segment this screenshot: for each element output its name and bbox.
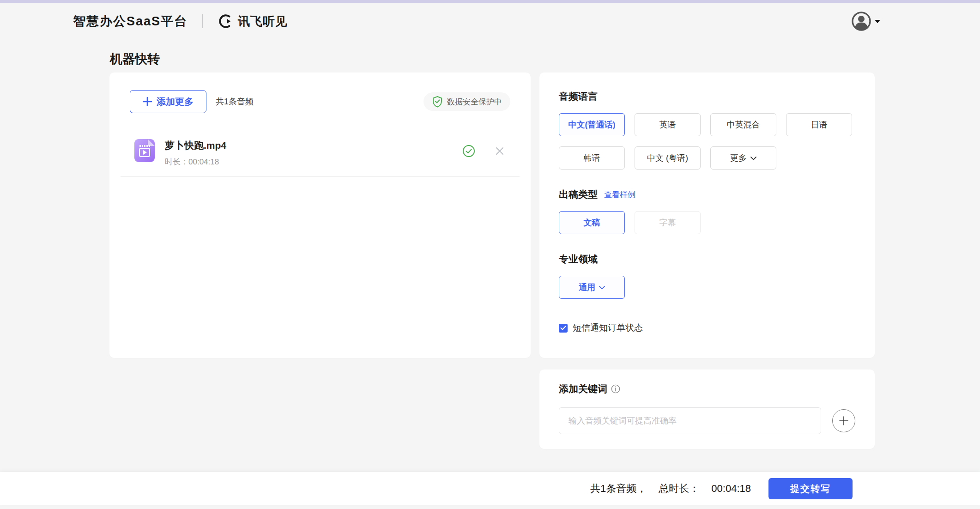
language-buttons: 中文(普通话) 英语 中英混合 日语 韩语 中文 (粤语) 更多 <box>559 113 855 170</box>
domain-section: 专业领域 通用 <box>559 253 855 299</box>
keywords-title: 添加关键词 <box>559 382 607 395</box>
language-option-cantonese[interactable]: 中文 (粤语) <box>635 146 701 170</box>
footer-count: 共1条音频， <box>590 482 647 496</box>
footer-duration-label: 总时长： <box>659 482 699 496</box>
info-icon[interactable] <box>611 384 620 394</box>
product-logo: 讯飞听见 <box>218 13 288 30</box>
keywords-input[interactable] <box>559 407 821 434</box>
domain-title: 专业领域 <box>559 253 855 266</box>
output-type-transcript[interactable]: 文稿 <box>559 211 625 234</box>
platform-title: 智慧办公SaaS平台 <box>73 13 188 30</box>
language-option-mandarin[interactable]: 中文(普通话) <box>559 113 625 136</box>
page-title: 机器快转 <box>110 51 160 67</box>
language-title: 音频语言 <box>559 90 855 103</box>
brand-area: 智慧办公SaaS平台 讯飞听见 <box>73 13 288 30</box>
chevron-down-icon <box>750 157 756 160</box>
language-option-more[interactable]: 更多 <box>710 146 776 170</box>
upload-card: 添加更多 共1条音频 数据安全保护中 萝卜快跑.mp4 时长：00:04:18 <box>109 73 531 358</box>
sms-notify-option[interactable]: 短信通知订单状态 <box>559 322 855 334</box>
app-header: 智慧办公SaaS平台 讯飞听见 <box>0 3 980 40</box>
language-option-mixed[interactable]: 中英混合 <box>710 113 776 136</box>
submit-footer: 共1条音频， 总时长： 00:04:18 提交转写 <box>0 472 980 505</box>
upload-toolbar: 添加更多 共1条音频 数据安全保护中 <box>130 90 510 113</box>
audio-count: 共1条音频 <box>216 96 254 107</box>
file-row: 萝卜快跑.mp4 时长：00:04:18 <box>130 139 510 167</box>
file-status <box>462 139 505 158</box>
check-circle-icon <box>462 145 475 158</box>
add-more-label: 添加更多 <box>157 96 194 108</box>
keywords-card: 添加关键词 <box>539 370 875 449</box>
plus-icon <box>143 97 152 106</box>
security-label: 数据安全保护中 <box>447 97 502 107</box>
sms-checkbox[interactable] <box>559 324 568 333</box>
security-badge: 数据安全保护中 <box>423 92 510 111</box>
output-type-subtitle[interactable]: 字幕 <box>635 211 701 234</box>
brand-divider <box>202 14 203 28</box>
sms-label: 短信通知订单状态 <box>573 322 643 334</box>
add-keyword-button[interactable] <box>832 409 855 432</box>
language-option-korean[interactable]: 韩语 <box>559 146 625 170</box>
language-option-japanese[interactable]: 日语 <box>786 113 852 136</box>
language-section: 音频语言 中文(普通话) 英语 中英混合 日语 韩语 中文 (粤语) 更多 <box>559 90 855 170</box>
caret-down-icon[interactable] <box>874 19 881 24</box>
file-duration: 时长：00:04:18 <box>165 157 226 167</box>
file-row-divider <box>121 176 520 177</box>
footer-duration-value: 00:04:18 <box>711 483 751 495</box>
remove-file-icon[interactable] <box>495 146 505 156</box>
view-sample-link[interactable]: 查看样例 <box>604 189 635 200</box>
product-name: 讯飞听见 <box>238 13 288 30</box>
footer-summary: 共1条音频， 总时长： 00:04:18 <box>590 482 751 496</box>
file-name: 萝卜快跑.mp4 <box>165 139 226 152</box>
output-type-title: 出稿类型 <box>559 188 598 201</box>
user-menu[interactable] <box>851 11 881 31</box>
submit-transcription-button[interactable]: 提交转写 <box>768 478 853 499</box>
chevron-down-icon <box>599 286 605 290</box>
options-card: 音频语言 中文(普通话) 英语 中英混合 日语 韩语 中文 (粤语) 更多 出稿… <box>539 73 875 358</box>
video-file-icon <box>134 139 155 162</box>
avatar-icon[interactable] <box>851 11 871 31</box>
language-option-english[interactable]: 英语 <box>635 113 701 136</box>
output-type-buttons: 文稿 字幕 <box>559 211 855 234</box>
shield-check-icon <box>432 96 443 108</box>
file-info: 萝卜快跑.mp4 时长：00:04:18 <box>165 139 226 167</box>
ear-logo-icon <box>218 13 233 29</box>
output-type-section: 出稿类型 查看样例 文稿 字幕 <box>559 188 855 234</box>
domain-select[interactable]: 通用 <box>559 276 625 299</box>
add-more-button[interactable]: 添加更多 <box>130 90 206 113</box>
